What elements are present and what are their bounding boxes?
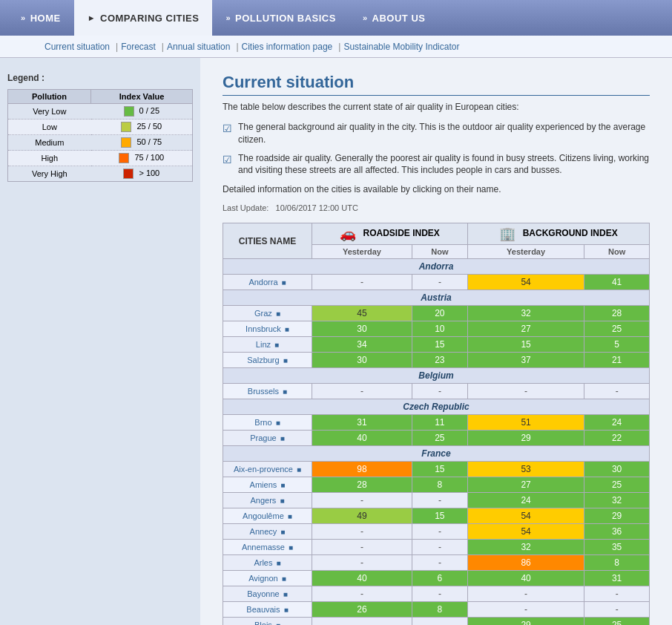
legend-color-swatch (119, 153, 129, 163)
roadside-yesterday-value: 30 (312, 321, 412, 337)
city-flag: ■ (276, 419, 280, 427)
city-name: Aix-en-provence ■ (223, 462, 312, 477)
table-row: Aix-en-provence ■ 98 15 53 30 (223, 462, 650, 477)
roadside-now-value: 8 (412, 477, 467, 493)
city-link[interactable]: Avignon (248, 574, 278, 583)
nav-arrow-icon: ► (88, 13, 96, 22)
city-name: Prague ■ (223, 431, 312, 446)
background-now-value: 41 (584, 275, 650, 290)
city-link[interactable]: Angers (251, 496, 277, 505)
legend-title: Legend : (7, 73, 193, 83)
background-yesterday-value: 24 (467, 493, 584, 508)
city-flag: ■ (297, 465, 301, 474)
roadside-yesterday-value: - (312, 555, 412, 571)
city-link[interactable]: Brussels (248, 387, 279, 396)
nav-arrow-icon: » (225, 13, 231, 22)
nav-forecast[interactable]: Forecast (121, 42, 156, 52)
city-link[interactable]: Andorra (248, 278, 277, 287)
roadside-yesterday-value: 40 (312, 431, 412, 446)
background-now-value: 8 (584, 555, 650, 571)
background-now-value: 35 (584, 540, 650, 555)
table-row: Bayonne ■ - - - - (223, 586, 650, 602)
roadside-yesterday-value: - (312, 618, 412, 625)
background-yesterday-value: 53 (467, 462, 584, 477)
city-link[interactable]: Bayonne (247, 589, 279, 598)
roadside-yesterday-value: - (312, 524, 412, 540)
city-flag: ■ (280, 434, 285, 442)
col-header-background: 🏢 BACKGROUND INDEX (467, 223, 649, 245)
city-link[interactable]: Linz (256, 340, 271, 349)
city-link[interactable]: Angoulême (243, 511, 284, 520)
city-flag: ■ (276, 621, 280, 625)
background-yesterday-value: 15 (467, 337, 584, 353)
legend-color-swatch (121, 122, 131, 132)
city-flag: ■ (283, 356, 288, 364)
city-link[interactable]: Innsbruck (246, 324, 281, 333)
table-row: Linz ■ 34 15 15 5 (223, 337, 650, 353)
city-link[interactable]: Graz (254, 309, 272, 318)
legend-index-value: 75 / 100 (91, 151, 193, 166)
city-link[interactable]: Blois (254, 621, 272, 625)
nav-current-situation[interactable]: Current situation (45, 42, 110, 52)
legend-pollution-label: Very High (8, 166, 91, 182)
city-link[interactable]: Arles (254, 558, 272, 567)
city-link[interactable]: Annemasse (242, 543, 285, 552)
city-link[interactable]: Aix-en-provence (234, 465, 293, 474)
table-row: Blois ■ - - 29 25 (223, 618, 650, 625)
roadside-now-value: 15 (412, 508, 467, 524)
main-container: Legend : Pollution Index Value Very Low … (0, 58, 672, 625)
legend-col-pollution: Pollution (8, 90, 91, 104)
col-header-roadside: 🚗 ROADSIDE INDEX (312, 223, 468, 245)
table-row: Avignon ■ 40 6 40 31 (223, 571, 650, 586)
nav-home[interactable]: » HOME (7, 0, 74, 36)
city-link[interactable]: Brno (254, 418, 271, 427)
secondary-navigation: Current situation | Forecast | Annual si… (0, 36, 672, 58)
legend-color-swatch (123, 168, 134, 179)
roadside-now-value: - (412, 275, 467, 290)
country-header: Belgium (223, 368, 650, 384)
background-info: ☑ The roadside air quality. Generally th… (223, 152, 650, 177)
background-yesterday-value: - (467, 586, 584, 602)
nav-comparing-cities[interactable]: ► COMPARING CITIES (74, 0, 213, 36)
roadside-now-value: 15 (412, 337, 467, 353)
city-link[interactable]: Amiens (250, 480, 277, 489)
page-title: Current situation (223, 73, 650, 96)
table-row: Prague ■ 40 25 29 22 (223, 431, 650, 446)
col-background-yesterday: Yesterday (467, 245, 584, 259)
table-row: Salzburg ■ 30 23 37 21 (223, 353, 650, 368)
roadside-now-value: - (412, 524, 467, 540)
roadside-now-value: - (412, 586, 467, 602)
city-link[interactable]: Salzburg (247, 356, 279, 364)
nav-pollution-basics[interactable]: » POLLUTION BASICS (212, 0, 349, 36)
legend-index-value: 25 / 50 (91, 120, 193, 135)
roadside-desc: The general background air quality in th… (238, 121, 650, 146)
nav-annual-situation[interactable]: Annual situation (167, 42, 230, 52)
roadside-yesterday-value: 40 (312, 571, 412, 586)
table-row: Angers ■ - - 24 32 (223, 493, 650, 508)
roadside-now-value: - (412, 618, 467, 625)
city-flag: ■ (283, 590, 288, 598)
city-flag: ■ (288, 512, 292, 520)
roadside-info: ☑ The general background air quality in … (223, 121, 650, 146)
roadside-now-value: 10 (412, 321, 467, 337)
city-link[interactable]: Beauvais (246, 605, 280, 614)
city-flag: ■ (276, 310, 280, 318)
air-quality-table: CITIES NAME 🚗 ROADSIDE INDEX 🏢 BACKGROUN… (223, 223, 650, 625)
legend-index-value: > 100 (91, 166, 193, 182)
roadside-yesterday-value: 30 (312, 353, 412, 368)
roadside-now-value: - (412, 384, 467, 399)
country-header: Andorra (223, 259, 650, 275)
city-link[interactable]: Annecy (250, 527, 277, 536)
background-now-value: 25 (584, 321, 650, 337)
nav-about-us[interactable]: » ABOUT US (349, 0, 439, 36)
legend-pollution-label: Low (8, 120, 91, 135)
roadside-now-value: - (412, 493, 467, 508)
country-header: Austria (223, 290, 650, 306)
nav-sustainable-mobility[interactable]: Sustainable Mobility Indicator (343, 42, 459, 52)
nav-cities-information[interactable]: Cities information page (242, 42, 333, 52)
city-link[interactable]: Prague (250, 433, 276, 442)
city-name: Brno ■ (223, 415, 312, 431)
roadside-now-value: 20 (412, 306, 467, 321)
city-flag: ■ (289, 543, 293, 552)
city-name: Annecy ■ (223, 524, 312, 540)
